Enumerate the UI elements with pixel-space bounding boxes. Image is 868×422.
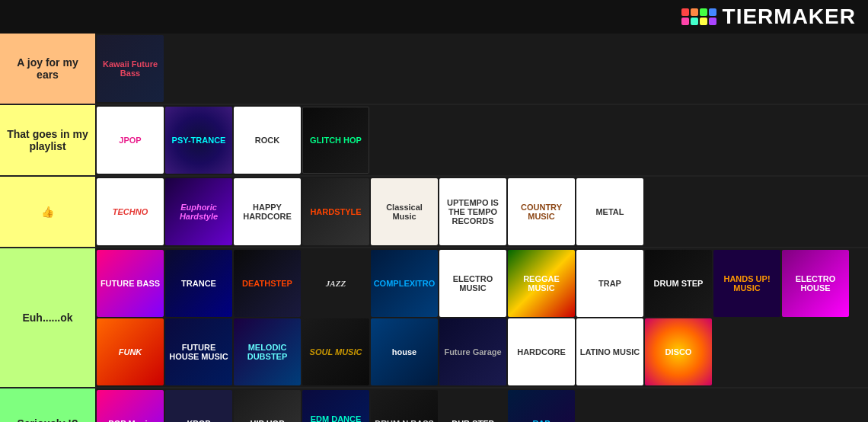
genre-label-techno: TECHNO [97,178,164,245]
logo-dot [681,8,689,16]
genre-label-drumstep: DRUM STEP [645,250,712,317]
genre-tile-dubstep[interactable]: DUB STEP [439,390,506,422]
tier-label-thumb: 👍 [0,177,95,247]
genre-label-jpop: JPOP [97,107,164,174]
genre-label-hardstyle: HARDSTYLE [302,178,369,245]
genre-tile-melodic_dubstep[interactable]: MELODIC DUBSTEP [234,318,301,385]
genre-tile-disco[interactable]: DISCO [645,318,712,385]
tier-label-seriously: Seriously !? [0,388,95,422]
genre-tile-deathstep[interactable]: DEATHSTEP [234,250,301,317]
genre-label-pop: POP Music [97,390,164,422]
genre-tile-hardcore[interactable]: HARDCORE [508,318,575,385]
genre-label-jazz: JAZZ [302,250,369,317]
genre-tile-future_house[interactable]: FUTURE HOUSE MUSIC [165,318,232,385]
tier-items-playlist: JPOPPSY-TRANCEROCKGLITCH HOP [95,105,868,175]
genre-tile-glitchhop[interactable]: GLITCH HOP [302,107,369,174]
genre-tile-hands_up[interactable]: HANDS UP! MUSIC [713,250,780,317]
genre-tile-electro_music[interactable]: ELECTRO MUSIC [439,250,506,317]
genre-tile-future_garage[interactable]: Future Garage [439,318,506,385]
genre-label-future_house: FUTURE HOUSE MUSIC [165,318,232,385]
genre-label-electro_house: ELECTRO HOUSE [782,250,849,317]
genre-tile-electro_house[interactable]: ELECTRO HOUSE [782,250,849,317]
genre-tile-house[interactable]: house [371,318,438,385]
genre-tile-edm[interactable]: EDM DANCE MUSIC [302,390,369,422]
genre-tile-psytrance[interactable]: PSY-TRANCE [165,107,232,174]
genre-label-electro_music: ELECTRO MUSIC [439,250,506,317]
genre-label-drum_bass: DRUM N BASS [371,390,438,422]
logo-dot [700,18,707,25]
genre-label-country: COUNTRY MUSIC [508,178,575,245]
genre-label-funk: FUNK [97,318,164,385]
genre-tile-future_bass[interactable]: FUTURE BASS [97,250,164,317]
genre-tile-trap[interactable]: TRAP [576,250,643,317]
genre-tile-classical[interactable]: Classical Music [371,178,438,245]
header: TiERMAKER [0,0,868,34]
genre-tile-kawaii[interactable]: Kawaii Future Bass [97,35,164,102]
genre-label-disco: DISCO [645,318,712,385]
genre-label-glitchhop: GLITCH HOP [302,107,369,174]
genre-label-psytrance: PSY-TRANCE [165,107,232,174]
genre-tile-pop[interactable]: POP Music [97,390,164,422]
genre-label-soul: SOUL MUSIC [302,318,369,385]
genre-label-complexitro: COMPLEXITRO [371,250,438,317]
genre-label-uptempo: UPTEMPO IS THE TEMPO RECORDS [439,178,506,245]
genre-tile-techno[interactable]: TECHNO [97,178,164,245]
genre-tile-rock[interactable]: ROCK [234,107,301,174]
genre-tile-jazz[interactable]: JAZZ [302,250,369,317]
genre-tile-complexitro[interactable]: COMPLEXITRO [371,250,438,317]
genre-tile-euph_hardstyle[interactable]: Euphoric Hardstyle [165,178,232,245]
logo-dot [681,18,689,25]
genre-label-metal: METAL [576,178,643,245]
genre-tile-jpop[interactable]: JPOP [97,107,164,174]
logo-grid-icon [681,8,716,25]
genre-tile-country[interactable]: COUNTRY MUSIC [508,178,575,245]
logo-dot [700,8,707,16]
genre-label-rock: ROCK [234,107,301,174]
genre-tile-trance[interactable]: TRANCE [165,250,232,317]
genre-tile-metal[interactable]: METAL [576,178,643,245]
tier-items-thumb: TECHNOEuphoric HardstyleHAPPY HARDCOREHA… [95,177,868,247]
tier-row-joy: A joy for my earsKawaii Future Bass [0,34,868,105]
genre-label-trap: TRAP [576,250,643,317]
genre-tile-hardstyle[interactable]: HARDSTYLE [302,178,369,245]
tier-row-seriously: Seriously !?POP MusicKPOPHIP HOPEDM DANC… [0,388,868,422]
genre-label-kpop: KPOP [165,390,232,422]
tier-items-euh: FUTURE BASSTRANCEDEATHSTEPJAZZCOMPLEXITR… [95,248,868,387]
genre-label-happy_hardcore: HAPPY HARDCORE [234,178,301,245]
logo-dot [691,18,698,25]
genre-tile-hiphop[interactable]: HIP HOP [234,390,301,422]
genre-tile-kpop[interactable]: KPOP [165,390,232,422]
logo-dot [709,18,716,25]
genre-label-euph_hardstyle: Euphoric Hardstyle [165,178,232,245]
logo-dot [709,8,716,16]
tier-label-joy: A joy for my ears [0,34,95,104]
logo-dot [691,8,698,16]
logo-text: TiERMAKER [723,5,856,29]
genre-tile-drum_bass[interactable]: DRUM N BASS [371,390,438,422]
genre-tile-funk[interactable]: FUNK [97,318,164,385]
tier-row-euh: Euh......okFUTURE BASSTRANCEDEATHSTEPJAZ… [0,248,868,388]
genre-label-dubstep: DUB STEP [439,390,506,422]
logo: TiERMAKER [681,5,856,29]
genre-label-classical: Classical Music [371,178,438,245]
genre-label-deathstep: DEATHSTEP [234,250,301,317]
genre-label-latino: LATINO MUSIC [576,318,643,385]
tier-row-playlist: That goes in my playlistJPOPPSY-TRANCERO… [0,105,868,177]
genre-tile-uptempo[interactable]: UPTEMPO IS THE TEMPO RECORDS [439,178,506,245]
genre-tile-latino[interactable]: LATINO MUSIC [576,318,643,385]
genre-label-kawaii: Kawaii Future Bass [97,35,164,102]
genre-label-trance: TRANCE [165,250,232,317]
genre-label-hardcore: HARDCORE [508,318,575,385]
tier-row-thumb: 👍TECHNOEuphoric HardstyleHAPPY HARDCOREH… [0,177,868,248]
genre-tile-happy_hardcore[interactable]: HAPPY HARDCORE [234,178,301,245]
genre-tile-rap[interactable]: RAP [508,390,575,422]
genre-tile-reggae[interactable]: REGGAE MUSIC [508,250,575,317]
genre-label-future_bass: FUTURE BASS [97,250,164,317]
genre-tile-drumstep[interactable]: DRUM STEP [645,250,712,317]
genre-label-house: house [371,318,438,385]
genre-tile-soul[interactable]: SOUL MUSIC [302,318,369,385]
tier-label-playlist: That goes in my playlist [0,105,95,175]
genre-label-reggae: REGGAE MUSIC [508,250,575,317]
tier-label-euh: Euh......ok [0,248,95,387]
tier-container: A joy for my earsKawaii Future BassThat … [0,34,868,422]
